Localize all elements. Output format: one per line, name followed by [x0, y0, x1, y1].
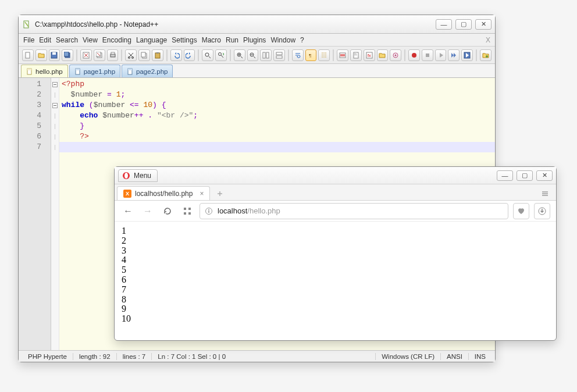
code-line[interactable]: echo $number++ . "<br />"; [59, 111, 495, 121]
doc-map-button[interactable] [350, 49, 362, 61]
paste-button[interactable] [152, 49, 163, 61]
url-path: /hello.php [247, 206, 280, 215]
editor-tab[interactable]: page1.php [69, 65, 120, 77]
svg-rect-3 [52, 52, 56, 55]
fold-column[interactable] [51, 78, 59, 350]
zoom-in-button[interactable] [234, 49, 245, 61]
maximize-button[interactable]: ▢ [455, 19, 472, 30]
replace-button[interactable] [215, 49, 227, 61]
output-line: 7 [122, 285, 549, 295]
close-file-button[interactable] [80, 49, 92, 61]
menu-item-edit[interactable]: Edit [39, 36, 51, 44]
cut-button[interactable] [125, 49, 137, 61]
save-macro-button[interactable] [461, 49, 473, 61]
svg-rect-26 [340, 53, 346, 58]
svg-rect-50 [184, 212, 186, 215]
func-list-button[interactable]: fx [364, 49, 375, 61]
bookmark-heart-button[interactable] [513, 203, 529, 219]
title-bar[interactable]: C:\xampp\htdocs\hello.php - Notepad++ — … [19, 15, 495, 34]
editor-tab[interactable]: hello.php [21, 65, 68, 77]
output-line: 2 [122, 236, 549, 246]
save-all-button[interactable] [62, 49, 73, 61]
toolbar-sep [121, 49, 122, 61]
menu-item-plugins[interactable]: Plugins [243, 36, 266, 44]
menu-item-language[interactable]: Language [136, 36, 167, 44]
browser-tab-strip: X localhost/hello.php × [115, 184, 556, 201]
undo-button[interactable] [170, 49, 182, 61]
output-line: 1 [122, 226, 549, 236]
stop-macro-button[interactable] [422, 49, 433, 61]
redo-button[interactable] [184, 49, 195, 61]
open-plugin-button[interactable] [480, 49, 491, 61]
line-number-gutter: 1234567 [19, 78, 51, 350]
play-multi-button[interactable] [448, 49, 460, 61]
window-title: C:\xampp\htdocs\hello.php - Notepad++ [35, 20, 432, 28]
code-line[interactable] [59, 142, 495, 152]
tab-menu-icon[interactable] [539, 187, 551, 200]
menu-item-help[interactable]: ? [300, 36, 304, 44]
open-file-button[interactable] [35, 49, 47, 61]
zoom-out-button[interactable] [247, 49, 259, 61]
folder-button[interactable] [377, 49, 389, 61]
file-icon [26, 68, 33, 75]
code-line[interactable]: ?> [59, 131, 495, 142]
browser-tab[interactable]: X localhost/hello.php × [117, 186, 210, 200]
code-line[interactable]: } [59, 121, 495, 131]
udl-button[interactable] [337, 49, 348, 61]
indent-guide-button[interactable] [318, 49, 330, 61]
menu-item-encoding[interactable]: Encoding [102, 36, 131, 44]
svg-rect-49 [188, 208, 191, 210]
url-bar[interactable]: localhost/hello.php [200, 203, 508, 219]
editor-tab[interactable]: page2.php [122, 65, 173, 77]
toolbar-sep [404, 49, 405, 61]
print-button[interactable] [107, 49, 119, 61]
menu-item-view[interactable]: View [83, 36, 98, 44]
svg-point-33 [395, 54, 397, 56]
minimize-button[interactable]: — [436, 19, 452, 30]
save-button[interactable] [49, 49, 60, 61]
opera-menu-label: Menu [134, 172, 151, 180]
page-content: 12345678910 [115, 222, 556, 340]
sync-hscroll-button[interactable] [273, 49, 285, 61]
monitoring-button[interactable] [390, 49, 401, 61]
record-macro-button[interactable] [408, 49, 420, 61]
close-button[interactable]: ✕ [475, 19, 491, 30]
reload-button[interactable] [160, 204, 175, 219]
back-button[interactable]: ← [120, 204, 136, 219]
menubar-close-icon[interactable]: X [486, 36, 490, 44]
tab-bar: hello.phppage1.phppage2.php [19, 64, 495, 78]
sync-vscroll-button[interactable] [260, 49, 272, 61]
close-button[interactable]: ✕ [536, 170, 553, 181]
tab-close-icon[interactable]: × [200, 190, 204, 198]
toolbar-sep [166, 49, 168, 61]
title-bar[interactable]: Menu — ▢ ✕ [115, 167, 556, 184]
close-all-button[interactable] [94, 49, 105, 61]
svg-rect-28 [354, 54, 357, 54]
menu-item-window[interactable]: Window [270, 36, 295, 44]
xampp-icon: X [123, 190, 131, 198]
svg-rect-35 [426, 54, 429, 57]
speed-dial-button[interactable] [180, 204, 195, 219]
menu-item-macro[interactable]: Macro [202, 36, 221, 44]
new-tab-button[interactable] [213, 187, 226, 200]
code-line[interactable]: <?php [59, 79, 495, 90]
menu-item-settings[interactable]: Settings [172, 36, 197, 44]
find-button[interactable] [202, 49, 213, 61]
opera-menu-button[interactable]: Menu [118, 169, 158, 182]
wordwrap-button[interactable] [292, 49, 304, 61]
new-file-button[interactable] [22, 49, 34, 61]
download-button[interactable] [534, 203, 550, 219]
menu-item-run[interactable]: Run [226, 36, 238, 44]
minimize-button[interactable]: — [497, 170, 513, 181]
forward-button[interactable]: → [140, 204, 155, 219]
menu-item-search[interactable]: Search [56, 36, 78, 44]
show-all-chars-button[interactable]: ¶ [305, 49, 317, 61]
copy-button[interactable] [138, 49, 150, 61]
svg-rect-51 [188, 212, 191, 215]
maximize-button[interactable]: ▢ [517, 170, 533, 181]
status-pos: Ln : 7 Col : 1 Sel : 0 | 0 [152, 353, 376, 360]
code-line[interactable]: while ($number <= 10) { [59, 100, 495, 111]
menu-item-file[interactable]: File [23, 36, 34, 44]
play-macro-button[interactable] [435, 49, 447, 61]
code-line[interactable]: $number = 1; [59, 90, 495, 100]
